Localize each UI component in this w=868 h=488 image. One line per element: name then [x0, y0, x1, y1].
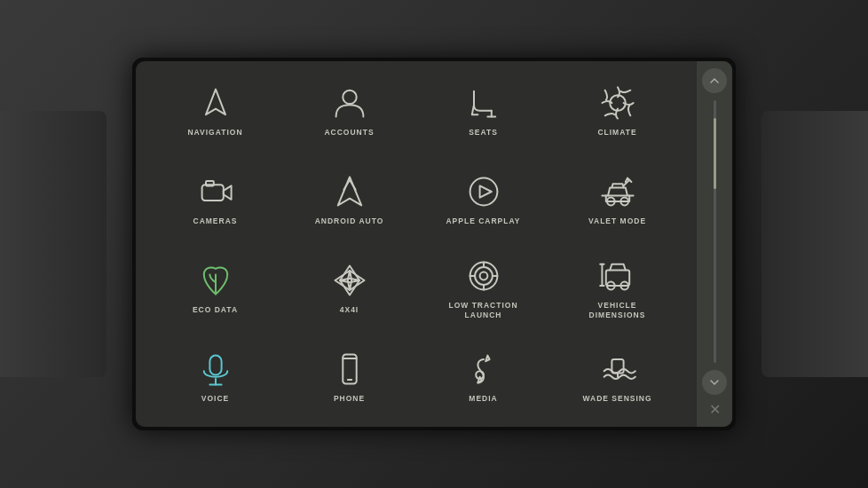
- android-auto-icon: [330, 172, 369, 211]
- svg-point-7: [470, 178, 497, 206]
- climate-label: CLIMATE: [597, 128, 636, 138]
- svg-marker-4: [223, 186, 231, 200]
- cameras-label: CAMERAS: [193, 216, 238, 226]
- dashboard-left: [0, 111, 107, 377]
- 4x4i-label: 4X4I: [340, 305, 359, 315]
- svg-rect-5: [206, 181, 214, 186]
- valet-mode-label: VALET MODE: [588, 216, 646, 226]
- valet-mode-icon: [598, 172, 637, 211]
- phone-label: PHONE: [334, 394, 365, 404]
- voice-icon: [196, 350, 235, 389]
- svg-rect-22: [605, 270, 628, 286]
- menu-item-accounts[interactable]: ACCOUNTS: [284, 68, 414, 153]
- menu-item-voice[interactable]: VOICE: [150, 335, 280, 420]
- low-traction-launch-label: LOW TRACTION LAUNCH: [448, 301, 517, 320]
- phone-icon: [330, 350, 369, 389]
- svg-rect-35: [612, 359, 623, 373]
- climate-icon: [598, 83, 637, 122]
- menu-item-4x4i[interactable]: 4X4I: [284, 246, 414, 331]
- scroll-up-button[interactable]: [702, 68, 727, 93]
- accounts-icon: [330, 83, 369, 122]
- eco-data-icon: [196, 261, 235, 300]
- scrollbar: ✕: [697, 61, 732, 427]
- vehicle-dimensions-icon: [598, 256, 637, 295]
- menu-item-navigation[interactable]: NAVIGATION: [150, 68, 280, 153]
- screen-bezel: NAVIGATION ACCOUNTS: [132, 58, 736, 430]
- svg-point-16: [475, 267, 493, 285]
- menu-item-media[interactable]: MEDIA: [418, 335, 548, 420]
- apple-carplay-icon: [464, 172, 503, 211]
- menu-item-seats[interactable]: SEATS: [418, 68, 548, 153]
- screen: NAVIGATION ACCOUNTS: [136, 61, 732, 427]
- seats-icon: [464, 83, 503, 122]
- wade-sensing-label: WADE SENSING: [582, 394, 651, 404]
- voice-label: VOICE: [201, 394, 229, 404]
- svg-rect-3: [201, 185, 223, 201]
- dashboard-right: [761, 111, 868, 377]
- navigation-icon: [196, 83, 235, 122]
- svg-marker-8: [479, 186, 491, 198]
- menu-item-valet-mode[interactable]: VALET MODE: [552, 157, 683, 242]
- navigation-label: NAVIGATION: [187, 128, 242, 138]
- vehicle-dimensions-label: VEHICLE DIMENSIONS: [589, 301, 646, 320]
- cameras-icon: [196, 172, 235, 211]
- media-icon: [464, 350, 503, 389]
- menu-item-cameras[interactable]: CAMERAS: [150, 157, 280, 242]
- menu-item-vehicle-dimensions[interactable]: VEHICLE DIMENSIONS: [552, 246, 683, 331]
- scroll-down-button[interactable]: [702, 370, 727, 395]
- apple-carplay-label: APPLE CARPLAY: [446, 216, 520, 226]
- menu-grid: NAVIGATION ACCOUNTS: [136, 61, 697, 427]
- wade-sensing-icon: [598, 350, 637, 389]
- outer-frame: NAVIGATION ACCOUNTS: [0, 0, 868, 488]
- svg-rect-28: [209, 356, 221, 375]
- svg-point-17: [479, 272, 487, 280]
- scroll-track: [714, 100, 716, 363]
- seats-label: SEATS: [469, 128, 498, 138]
- menu-item-eco-data[interactable]: ECO DATA: [150, 246, 280, 331]
- accounts-label: ACCOUNTS: [324, 128, 374, 138]
- svg-point-1: [343, 91, 356, 104]
- menu-item-apple-carplay[interactable]: APPLE CARPLAY: [418, 157, 548, 242]
- svg-marker-0: [206, 90, 225, 115]
- menu-item-wade-sensing[interactable]: WADE SENSING: [552, 335, 683, 420]
- 4x4i-icon: [330, 261, 369, 300]
- menu-item-phone[interactable]: PHONE: [284, 335, 414, 420]
- eco-data-label: ECO DATA: [193, 305, 238, 315]
- close-button[interactable]: ✕: [704, 398, 725, 420]
- low-traction-launch-icon: [464, 256, 503, 295]
- scroll-thumb: [714, 118, 716, 189]
- android-auto-label: ANDROID AUTO: [315, 216, 384, 226]
- menu-item-climate[interactable]: CLIMATE: [552, 68, 683, 153]
- menu-item-low-traction-launch[interactable]: LOW TRACTION LAUNCH: [418, 246, 548, 331]
- menu-item-android-auto[interactable]: ANDROID AUTO: [284, 157, 414, 242]
- media-label: MEDIA: [469, 394, 497, 404]
